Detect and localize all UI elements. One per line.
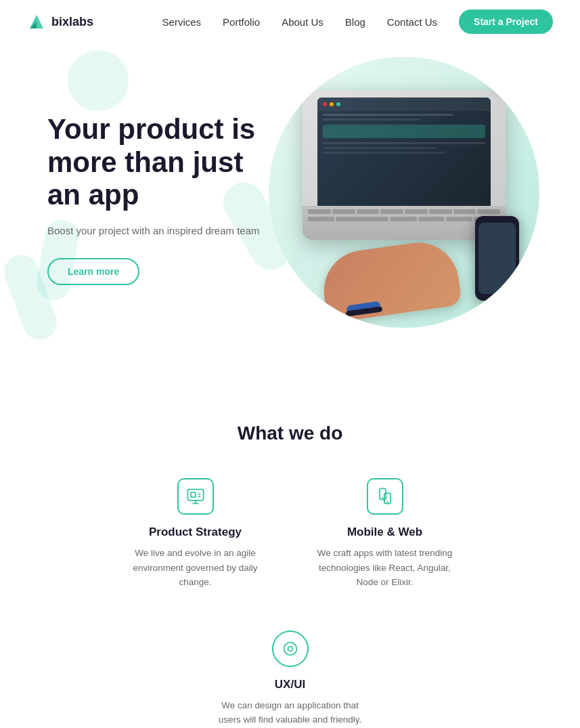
hero-section: Your product is more than just an app Bo… bbox=[0, 43, 580, 382]
hero-circle-bg: 🌿 🪴 bbox=[269, 57, 539, 328]
service-name-strategy: Product Strategy bbox=[121, 526, 270, 539]
blob-decoration-1 bbox=[68, 50, 129, 111]
what-we-do-section: What we do Product Strategy We live and … bbox=[0, 382, 580, 728]
hero-text: Your product is more than just an app Bo… bbox=[47, 113, 269, 284]
laptop-screen bbox=[317, 98, 491, 209]
learn-more-button[interactable]: Learn more bbox=[47, 258, 139, 285]
what-we-do-title: What we do bbox=[27, 423, 553, 444]
svg-rect-5 bbox=[191, 492, 196, 497]
service-uxui: UX/UI We can design an application that … bbox=[216, 630, 365, 727]
logo-icon bbox=[27, 12, 46, 31]
svg-point-13 bbox=[288, 646, 292, 651]
service-mobile-web: Mobile & Web We craft apps with latest t… bbox=[311, 478, 460, 590]
service-product-strategy: Product Strategy We live and evolve in a… bbox=[121, 478, 270, 590]
service-desc-mobile: We craft apps with latest trending techn… bbox=[311, 546, 460, 590]
service-name-mobile: Mobile & Web bbox=[311, 526, 460, 539]
logo-text: bixlabs bbox=[51, 15, 93, 29]
logo[interactable]: bixlabs bbox=[27, 12, 93, 31]
plant-brown: 🪴 bbox=[512, 60, 539, 91]
laptop-body bbox=[303, 91, 506, 240]
hero-image: 🌿 🪴 bbox=[269, 57, 553, 341]
services-grid: Product Strategy We live and evolve in a… bbox=[27, 478, 553, 727]
uxui-icon bbox=[272, 630, 309, 667]
hero-img-bg: 🌿 🪴 bbox=[269, 57, 539, 328]
hero-subtitle: Boost your project with an inspired drea… bbox=[47, 223, 269, 239]
monitor-icon bbox=[186, 487, 205, 506]
service-desc-strategy: We live and evolve in an agile environme… bbox=[121, 546, 270, 590]
nav-blog[interactable]: Blog bbox=[345, 16, 365, 28]
service-desc-uxui: We can design an application that users … bbox=[216, 698, 365, 727]
nav-services[interactable]: Services bbox=[162, 16, 202, 28]
start-project-button[interactable]: Start a Project bbox=[459, 9, 553, 34]
circle-icon bbox=[281, 639, 300, 658]
product-strategy-icon bbox=[177, 478, 214, 515]
hero-title: Your product is more than just an app bbox=[47, 113, 269, 211]
mobile-web-icon bbox=[367, 478, 403, 515]
nav-portfolio[interactable]: Portfolio bbox=[223, 16, 260, 28]
nav-links: Services Portfolio About Us Blog Contact… bbox=[162, 9, 553, 34]
svg-point-12 bbox=[284, 642, 296, 655]
smartphone-icon bbox=[376, 487, 395, 506]
service-name-uxui: UX/UI bbox=[216, 678, 365, 691]
phone-hero bbox=[475, 216, 519, 301]
navbar: bixlabs Services Portfolio About Us Blog… bbox=[0, 0, 580, 43]
nav-about[interactable]: About Us bbox=[282, 16, 324, 28]
nav-contact[interactable]: Contact Us bbox=[387, 16, 437, 28]
hand-overlay bbox=[319, 238, 462, 324]
